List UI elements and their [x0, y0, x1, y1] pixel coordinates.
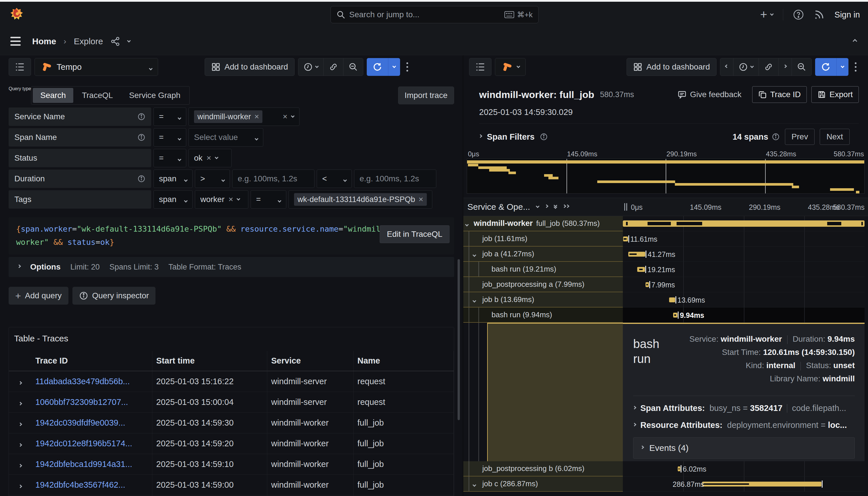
span-bar[interactable] — [623, 236, 628, 242]
expand-all-icon[interactable] — [563, 206, 569, 207]
remove-icon[interactable]: × — [207, 153, 211, 162]
options-bar[interactable]: Options Limit: 20 Spans Limit: 3 Table F… — [9, 257, 454, 277]
add-to-dashboard-button[interactable]: Add to dashboard — [626, 58, 716, 76]
trace-link[interactable]: 1942dc012e8f196b5174... — [35, 439, 132, 448]
span-bar[interactable] — [623, 220, 865, 227]
span-filters-label[interactable]: Span Filters — [487, 132, 534, 142]
span-bar[interactable] — [673, 313, 678, 317]
span-row-selected[interactable]: bash run (9.94ms) 9.94ms — [463, 308, 868, 323]
row-expander-icon[interactable] — [18, 443, 22, 447]
span-bar[interactable] — [646, 282, 649, 287]
shift-time-forward-button[interactable] — [779, 58, 792, 76]
collapse-panel-icon[interactable] — [853, 38, 856, 44]
selected-span-cell[interactable] — [487, 323, 623, 461]
service-name-chip[interactable]: windmill-worker× — [194, 110, 262, 123]
column-resizer-handle[interactable] — [623, 198, 629, 216]
span-bar[interactable] — [678, 466, 680, 471]
help-icon[interactable] — [793, 9, 804, 20]
trace-link[interactable]: 11dabada33e479db56b... — [35, 377, 130, 386]
duration-lt-select[interactable]: < — [317, 170, 352, 188]
col-trace-id[interactable]: Trace ID — [31, 351, 152, 371]
span-name-value-select[interactable]: Select value — [188, 128, 263, 146]
trace-link[interactable]: 1942dc039dfdf9e0039... — [35, 418, 125, 427]
menu-toggle-button[interactable] — [10, 37, 21, 46]
collapse-icon[interactable] — [473, 249, 476, 258]
outline-toggle-button[interactable] — [469, 58, 492, 76]
service-name-value-select[interactable]: windmill-worker× × — [188, 107, 299, 126]
span-row[interactable]: job c (286.87ms) 286.87ms — [463, 477, 868, 492]
service-name-operator-select[interactable]: = — [154, 107, 186, 126]
chevron-right-icon[interactable] — [479, 134, 482, 138]
breadcrumb-home[interactable]: Home — [32, 36, 56, 46]
service-operation-column-header[interactable]: Service & Ope... — [467, 202, 530, 212]
tab-search[interactable]: Search — [33, 88, 73, 103]
new-button[interactable]: + — [760, 8, 773, 21]
collapse-icon[interactable] — [466, 219, 468, 228]
link-split-button[interactable] — [324, 58, 343, 76]
col-start-time[interactable]: Start time — [152, 351, 267, 371]
tag-value-select[interactable]: wk-default-133114d6a91e-PSPQb× — [289, 190, 432, 208]
span-row[interactable]: bash run (19.21ms) 19.21ms — [463, 262, 868, 277]
sign-in-button[interactable]: Sign in — [834, 10, 860, 19]
more-options-button[interactable] — [404, 62, 411, 72]
span-name-operator-select[interactable]: = — [154, 128, 186, 146]
tag-key-select[interactable]: worker × — [195, 190, 248, 208]
remove-icon[interactable]: × — [229, 195, 233, 204]
link-split-button[interactable] — [759, 58, 779, 76]
give-feedback-button[interactable]: Give feedback — [671, 86, 747, 103]
search-input[interactable]: Search or jump to... ⌘+k — [330, 6, 539, 23]
collapse-all-icon[interactable] — [554, 205, 557, 208]
datasource-picker-mini[interactable] — [495, 58, 526, 76]
prev-span-button[interactable]: Prev — [785, 129, 815, 145]
run-query-button[interactable] — [815, 58, 849, 76]
time-picker-button[interactable] — [298, 58, 324, 76]
tag-operator-select[interactable]: = — [251, 190, 286, 208]
span-row[interactable]: job_postprocessing b (6.02ms) 6.02ms — [463, 461, 868, 477]
zoom-out-button[interactable] — [343, 58, 363, 76]
span-bar[interactable] — [702, 482, 821, 486]
collapse-icon[interactable] — [473, 295, 476, 304]
span-row[interactable]: job (11.61ms) 11.61ms — [463, 231, 868, 247]
row-expander-icon[interactable] — [18, 402, 22, 405]
trace-link[interactable]: 1060bbf732309b12707... — [35, 398, 128, 407]
row-expander-icon[interactable] — [18, 464, 22, 467]
share-icon[interactable] — [110, 36, 120, 46]
breadcrumb-explore[interactable]: Explore — [74, 36, 103, 46]
resource-attributes-accordion[interactable]: Resource Attributes: deployment.environm… — [633, 420, 855, 430]
edit-in-traceql-button[interactable]: Edit in TraceQL — [380, 225, 450, 243]
status-operator-select[interactable]: = — [154, 149, 186, 167]
duration-min-input[interactable]: e.g. 100ms, 1.2s — [232, 170, 314, 188]
run-query-button[interactable] — [367, 58, 400, 76]
trace-link[interactable]: 1942dbfebca1d9914a31... — [35, 460, 132, 469]
span-bar[interactable] — [628, 252, 646, 257]
collapse-icon[interactable] — [473, 479, 476, 488]
collapse-one-icon[interactable] — [545, 204, 549, 208]
shift-time-back-button[interactable] — [720, 58, 733, 76]
trace-link[interactable]: 1942dbfc4be3567f462... — [35, 480, 125, 490]
span-bar[interactable] — [637, 267, 645, 272]
events-accordion[interactable]: Events (4) — [633, 437, 855, 459]
span-attributes-accordion[interactable]: Span Attributes: busy_ns = 3582417 code.… — [633, 403, 855, 413]
time-picker-button[interactable] — [733, 58, 759, 76]
row-expander-icon[interactable] — [18, 381, 22, 385]
col-name[interactable]: Name — [353, 351, 454, 371]
span-row[interactable]: job_postprocessing a (7.99ms) 7.99ms — [463, 277, 868, 292]
status-value-select[interactable]: ok × — [188, 149, 232, 167]
chevron-down-icon[interactable] — [536, 204, 540, 208]
trace-id-button[interactable]: Trace ID — [752, 86, 807, 103]
duration-scope-select[interactable]: span — [154, 170, 192, 188]
query-inspector-button[interactable]: Query inspector — [73, 287, 156, 305]
col-service[interactable]: Service — [267, 351, 353, 371]
row-expander-icon[interactable] — [18, 422, 22, 426]
tag-scope-select[interactable]: span — [154, 190, 192, 208]
remove-icon[interactable]: × — [254, 112, 259, 121]
datasource-picker[interactable]: Tempo — [34, 58, 158, 76]
outline-toggle-button[interactable] — [9, 58, 31, 76]
duration-gt-select[interactable]: > — [195, 170, 230, 188]
export-button[interactable]: Export — [811, 86, 859, 103]
zoom-out-button[interactable] — [792, 58, 811, 76]
scrollbar-thumb[interactable] — [458, 259, 460, 420]
row-expander-icon[interactable] — [18, 484, 22, 488]
span-row[interactable]: job a (41.27ms) 41.27ms — [463, 247, 868, 262]
tag-value-chip[interactable]: wk-default-133114d6a91e-PSPQb× — [294, 193, 427, 206]
